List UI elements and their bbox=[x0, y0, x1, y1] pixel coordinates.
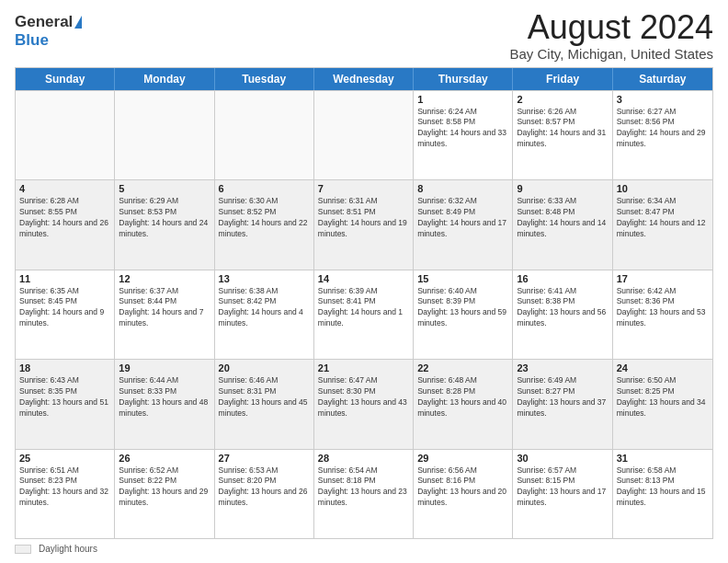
day-info: Sunrise: 6:42 AM Sunset: 8:36 PM Dayligh… bbox=[617, 286, 709, 330]
day-info: Sunrise: 6:39 AM Sunset: 8:41 PM Dayligh… bbox=[318, 286, 409, 330]
cal-header-thursday: Thursday bbox=[414, 68, 513, 90]
daylight-label: Daylight hours bbox=[39, 544, 97, 554]
day-info: Sunrise: 6:53 AM Sunset: 8:20 PM Dayligh… bbox=[219, 465, 310, 510]
day-number: 7 bbox=[318, 183, 409, 194]
cal-cell: 23Sunrise: 6:49 AM Sunset: 8:27 PM Dayli… bbox=[513, 360, 612, 448]
day-number: 11 bbox=[19, 273, 110, 284]
day-info: Sunrise: 6:26 AM Sunset: 8:57 PM Dayligh… bbox=[517, 107, 608, 151]
calendar-body: 1Sunrise: 6:24 AM Sunset: 8:58 PM Daylig… bbox=[16, 90, 712, 538]
day-number: 28 bbox=[318, 453, 409, 464]
day-number: 16 bbox=[517, 273, 608, 284]
cal-week-3: 18Sunrise: 6:43 AM Sunset: 8:35 PM Dayli… bbox=[16, 359, 712, 448]
day-number: 18 bbox=[19, 362, 110, 373]
cal-cell: 26Sunrise: 6:52 AM Sunset: 8:22 PM Dayli… bbox=[115, 450, 214, 538]
day-number: 20 bbox=[219, 362, 310, 373]
day-info: Sunrise: 6:24 AM Sunset: 8:58 PM Dayligh… bbox=[417, 107, 508, 151]
day-info: Sunrise: 6:56 AM Sunset: 8:16 PM Dayligh… bbox=[417, 465, 508, 510]
day-number: 29 bbox=[417, 453, 508, 464]
day-info: Sunrise: 6:51 AM Sunset: 8:23 PM Dayligh… bbox=[19, 465, 110, 510]
day-info: Sunrise: 6:34 AM Sunset: 8:47 PM Dayligh… bbox=[617, 196, 709, 240]
cal-cell: 24Sunrise: 6:50 AM Sunset: 8:25 PM Dayli… bbox=[613, 360, 712, 448]
cal-header-sunday: Sunday bbox=[16, 68, 115, 90]
cal-cell: 25Sunrise: 6:51 AM Sunset: 8:23 PM Dayli… bbox=[16, 450, 115, 538]
day-info: Sunrise: 6:27 AM Sunset: 8:56 PM Dayligh… bbox=[617, 107, 709, 151]
cal-cell: 13Sunrise: 6:38 AM Sunset: 8:42 PM Dayli… bbox=[215, 270, 314, 359]
cal-cell: 28Sunrise: 6:54 AM Sunset: 8:18 PM Dayli… bbox=[314, 450, 414, 538]
cal-cell: 3Sunrise: 6:27 AM Sunset: 8:56 PM Daylig… bbox=[613, 91, 712, 179]
cal-cell: 30Sunrise: 6:57 AM Sunset: 8:15 PM Dayli… bbox=[513, 450, 612, 538]
day-number: 5 bbox=[119, 183, 210, 194]
day-info: Sunrise: 6:31 AM Sunset: 8:51 PM Dayligh… bbox=[318, 196, 409, 240]
day-info: Sunrise: 6:49 AM Sunset: 8:27 PM Dayligh… bbox=[517, 375, 608, 419]
day-info: Sunrise: 6:43 AM Sunset: 8:35 PM Dayligh… bbox=[19, 375, 110, 419]
day-info: Sunrise: 6:46 AM Sunset: 8:31 PM Dayligh… bbox=[219, 375, 310, 419]
day-info: Sunrise: 6:40 AM Sunset: 8:39 PM Dayligh… bbox=[417, 286, 508, 330]
cal-cell bbox=[16, 91, 115, 179]
cal-cell bbox=[314, 91, 414, 179]
day-info: Sunrise: 6:28 AM Sunset: 8:55 PM Dayligh… bbox=[19, 196, 110, 240]
day-number: 25 bbox=[19, 453, 110, 464]
calendar-header-row: SundayMondayTuesdayWednesdayThursdayFrid… bbox=[16, 68, 712, 90]
day-number: 9 bbox=[517, 183, 608, 194]
cal-header-wednesday: Wednesday bbox=[314, 68, 414, 90]
logo: General Blue bbox=[15, 13, 82, 50]
day-number: 2 bbox=[517, 94, 608, 105]
day-number: 17 bbox=[617, 273, 709, 284]
day-info: Sunrise: 6:41 AM Sunset: 8:38 PM Dayligh… bbox=[517, 286, 608, 330]
day-number: 8 bbox=[417, 183, 508, 194]
cal-cell: 18Sunrise: 6:43 AM Sunset: 8:35 PM Dayli… bbox=[16, 360, 115, 448]
day-info: Sunrise: 6:32 AM Sunset: 8:49 PM Dayligh… bbox=[417, 196, 508, 240]
day-number: 15 bbox=[417, 273, 508, 284]
cal-cell: 9Sunrise: 6:33 AM Sunset: 8:48 PM Daylig… bbox=[513, 180, 612, 269]
day-info: Sunrise: 6:30 AM Sunset: 8:52 PM Dayligh… bbox=[219, 196, 310, 240]
cal-week-2: 11Sunrise: 6:35 AM Sunset: 8:45 PM Dayli… bbox=[16, 270, 712, 359]
cal-cell: 12Sunrise: 6:37 AM Sunset: 8:44 PM Dayli… bbox=[115, 270, 214, 359]
logo-general: General bbox=[15, 13, 73, 31]
calendar: SundayMondayTuesdayWednesdayThursdayFrid… bbox=[15, 67, 713, 539]
day-number: 12 bbox=[119, 273, 210, 284]
cal-week-0: 1Sunrise: 6:24 AM Sunset: 8:58 PM Daylig… bbox=[16, 90, 712, 179]
day-info: Sunrise: 6:48 AM Sunset: 8:28 PM Dayligh… bbox=[417, 375, 508, 419]
cal-cell: 8Sunrise: 6:32 AM Sunset: 8:49 PM Daylig… bbox=[414, 180, 513, 269]
day-number: 6 bbox=[219, 183, 310, 194]
cal-cell: 21Sunrise: 6:47 AM Sunset: 8:30 PM Dayli… bbox=[314, 360, 414, 448]
day-info: Sunrise: 6:47 AM Sunset: 8:30 PM Dayligh… bbox=[318, 375, 409, 419]
day-info: Sunrise: 6:37 AM Sunset: 8:44 PM Dayligh… bbox=[119, 286, 210, 330]
cal-cell bbox=[215, 91, 314, 179]
day-number: 1 bbox=[417, 94, 508, 105]
calendar-subtitle: Bay City, Michigan, United States bbox=[510, 46, 713, 62]
cal-week-4: 25Sunrise: 6:51 AM Sunset: 8:23 PM Dayli… bbox=[16, 449, 712, 538]
header: General Blue August 2024 Bay City, Michi… bbox=[15, 9, 713, 62]
cal-cell: 31Sunrise: 6:58 AM Sunset: 8:13 PM Dayli… bbox=[613, 450, 712, 538]
logo-blue: Blue bbox=[15, 31, 49, 49]
day-info: Sunrise: 6:33 AM Sunset: 8:48 PM Dayligh… bbox=[517, 196, 608, 240]
day-info: Sunrise: 6:52 AM Sunset: 8:22 PM Dayligh… bbox=[119, 465, 210, 510]
day-number: 30 bbox=[517, 453, 608, 464]
day-number: 10 bbox=[617, 183, 709, 194]
cal-cell: 2Sunrise: 6:26 AM Sunset: 8:57 PM Daylig… bbox=[513, 91, 612, 179]
cal-cell: 29Sunrise: 6:56 AM Sunset: 8:16 PM Dayli… bbox=[414, 450, 513, 538]
cal-cell: 7Sunrise: 6:31 AM Sunset: 8:51 PM Daylig… bbox=[314, 180, 414, 269]
cal-header-tuesday: Tuesday bbox=[215, 68, 314, 90]
day-number: 19 bbox=[119, 362, 210, 373]
day-info: Sunrise: 6:57 AM Sunset: 8:15 PM Dayligh… bbox=[517, 465, 608, 510]
cal-cell: 27Sunrise: 6:53 AM Sunset: 8:20 PM Dayli… bbox=[215, 450, 314, 538]
cal-cell: 10Sunrise: 6:34 AM Sunset: 8:47 PM Dayli… bbox=[613, 180, 712, 269]
day-number: 24 bbox=[617, 362, 709, 373]
day-number: 21 bbox=[318, 362, 409, 373]
day-number: 14 bbox=[318, 273, 409, 284]
day-number: 13 bbox=[219, 273, 310, 284]
day-number: 26 bbox=[119, 453, 210, 464]
cal-header-friday: Friday bbox=[513, 68, 612, 90]
cal-cell: 6Sunrise: 6:30 AM Sunset: 8:52 PM Daylig… bbox=[215, 180, 314, 269]
cal-header-monday: Monday bbox=[115, 68, 214, 90]
day-number: 3 bbox=[617, 94, 709, 105]
logo-triangle-icon bbox=[74, 16, 82, 29]
cal-cell: 16Sunrise: 6:41 AM Sunset: 8:38 PM Dayli… bbox=[513, 270, 612, 359]
day-number: 23 bbox=[517, 362, 608, 373]
day-number: 4 bbox=[19, 183, 110, 194]
calendar-title: August 2024 bbox=[510, 9, 713, 46]
footer: Daylight hours bbox=[15, 544, 713, 554]
day-info: Sunrise: 6:35 AM Sunset: 8:45 PM Dayligh… bbox=[19, 286, 110, 330]
day-info: Sunrise: 6:38 AM Sunset: 8:42 PM Dayligh… bbox=[219, 286, 310, 330]
